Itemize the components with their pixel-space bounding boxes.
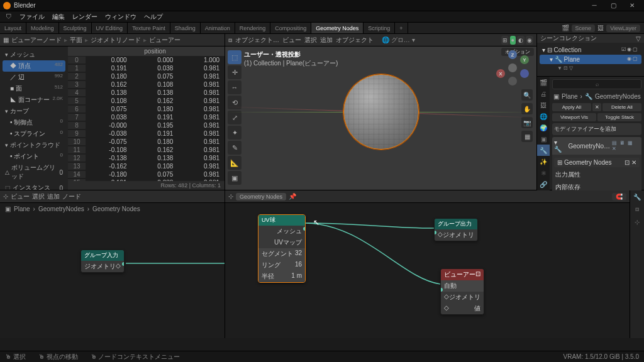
table-row[interactable]: 11-0.1080.1620.981 xyxy=(68,146,225,154)
apply-all-button[interactable]: Apply All xyxy=(552,103,591,111)
toggle-stack-button[interactable]: Toggle Stack xyxy=(597,113,641,121)
tab-node[interactable]: ⊹ xyxy=(630,216,644,228)
outliner-collection[interactable]: ▾ ⊟ Collection ☑◉▢ xyxy=(540,45,641,55)
sb-mesh[interactable]: ▾ メッシュ xyxy=(3,49,65,60)
col-header[interactable]: position xyxy=(86,48,225,55)
mode-selector[interactable]: オブジェクト… xyxy=(235,36,279,45)
tool-rotate[interactable]: ⟲ xyxy=(228,96,242,109)
menu-file[interactable]: ファイル xyxy=(16,13,48,21)
ne-menu-add[interactable]: 追加 xyxy=(47,192,60,201)
workspace-tab[interactable]: Shading xyxy=(170,23,201,33)
menu-render[interactable]: レンダー xyxy=(69,13,101,21)
modifier-header[interactable]: ▾ 🔧GeometryNo… ▤ 🖥 ▦ ✕ xyxy=(552,137,641,155)
sp-path-2[interactable]: ジオメトリノード xyxy=(91,36,141,45)
blender-menu-icon[interactable]: ⛉ xyxy=(2,13,16,20)
workspace-tab[interactable]: Compositing xyxy=(270,23,311,33)
tool-transform[interactable]: ✦ xyxy=(228,126,242,140)
snap-button[interactable]: 🧲 xyxy=(612,193,626,200)
apply-close-button[interactable]: ✕ xyxy=(592,103,601,111)
editor-type-icon[interactable]: ▦ xyxy=(3,36,9,43)
menu-window[interactable]: ウィンドウ xyxy=(101,13,140,21)
workspace-add[interactable]: + xyxy=(395,23,408,33)
tool-select[interactable]: ⬚ xyxy=(228,50,242,64)
uv-sphere-object[interactable] xyxy=(343,74,419,150)
maximize-button[interactable]: ▢ xyxy=(604,1,622,10)
table-row[interactable]: 30.1620.1080.981 xyxy=(68,80,225,89)
tool-cursor[interactable]: ✛ xyxy=(228,65,242,79)
vp-menu-view[interactable]: ビュー xyxy=(282,36,301,45)
workspace-tab[interactable]: Texture Paint xyxy=(128,23,170,33)
shading-wireframe[interactable]: ⊞ xyxy=(501,36,509,45)
tab-view[interactable]: ⧈ xyxy=(630,203,644,216)
table-row[interactable]: 10-0.0750.1800.981 xyxy=(68,138,225,146)
mod-output-attr[interactable]: 出力属性 xyxy=(554,168,640,181)
workspace-tab[interactable]: Sculpting xyxy=(59,23,92,33)
pin-icon[interactable]: 📌 xyxy=(289,193,296,200)
table-row[interactable]: 9-0.0380.1910.981 xyxy=(68,129,225,138)
workspace-tab[interactable]: UV Editing xyxy=(92,23,128,33)
workspace-tab[interactable]: Animation xyxy=(201,23,235,33)
shading-rendered[interactable]: ◉ xyxy=(526,36,533,45)
workspace-tab[interactable]: Scripting xyxy=(364,23,395,33)
editor-type-icon[interactable]: ⧈ xyxy=(228,36,232,44)
menu-edit[interactable]: 編集 xyxy=(48,13,69,21)
prop-breadcrumb-obj[interactable]: Plane xyxy=(562,93,578,100)
tool-measure[interactable]: 📐 xyxy=(228,156,242,170)
nodegroup-tab[interactable]: Geometry Nodes xyxy=(236,193,286,200)
table-row[interactable]: 50.1080.1620.981 xyxy=(68,97,225,105)
sidebar-item[interactable]: ◆ 頂点482 xyxy=(3,60,65,72)
tab-render[interactable]: 🎬 xyxy=(537,77,550,88)
vp-menu-add[interactable]: 追加 xyxy=(320,36,333,45)
tool-add-cube[interactable]: ▣ xyxy=(228,171,242,185)
tool-annotate[interactable]: ✎ xyxy=(228,141,242,155)
vp-menu-object[interactable]: オブジェクト xyxy=(336,36,374,45)
sb-instance[interactable]: ⬚ インスタンス0 xyxy=(3,182,65,190)
table-row[interactable]: 10.1910.0380.981 xyxy=(68,64,225,72)
tab-constraints[interactable]: 🔗 xyxy=(537,178,550,190)
node-group-output[interactable]: グループ出力 ◇ジオメトリ xyxy=(434,218,478,241)
ne-menu-view[interactable]: ビュー xyxy=(11,192,30,201)
sb-volume[interactable]: △ ボリュームグリッド0 xyxy=(3,162,65,182)
nav-gizmo[interactable]: Y X Z xyxy=(495,50,530,85)
sb-curve[interactable]: ▾ カーブ xyxy=(3,106,65,117)
node-group-input[interactable]: グループ入力 ジオメトリ◇ xyxy=(80,250,125,273)
sp-path-0[interactable]: ビューアーノード xyxy=(11,36,62,45)
tab-scene[interactable]: 🌐 xyxy=(537,111,550,122)
table-row[interactable]: 12-0.1380.1380.981 xyxy=(68,154,225,162)
minimize-button[interactable]: ─ xyxy=(586,1,603,10)
viewlayer-selector[interactable]: ViewLayer xyxy=(606,25,640,32)
shading-solid[interactable]: ● xyxy=(510,36,516,45)
node-uv-sphere[interactable]: UV球 メッシュ UVマップ セグメント32 リング16 半径1 m xyxy=(258,214,306,283)
tab-world[interactable]: 🌍 xyxy=(537,122,550,133)
table-row[interactable]: 8-0.0000.1950.981 xyxy=(68,121,225,129)
ne-menu-node[interactable]: ノード xyxy=(62,192,81,201)
property-search[interactable] xyxy=(552,79,641,89)
sb-pointcloud[interactable]: ▾ ポイントクラウド xyxy=(3,140,65,151)
tool-move[interactable]: ↔ xyxy=(228,80,242,94)
tab-modifier[interactable]: 🔧 xyxy=(537,145,550,156)
viewport-vis-button[interactable]: Viewport Vis xyxy=(552,113,596,121)
editor-type-icon[interactable]: ⊹ xyxy=(228,193,233,200)
table-row[interactable]: 60.0750.1800.981 xyxy=(68,105,225,113)
3d-viewport[interactable]: ⧈ オブジェクト… ビュー 選択 追加 オブジェクト 🌐 グロ… ▾ ⊞ ● ◐… xyxy=(225,34,537,190)
ne-crumb-1[interactable]: GeometryNodes xyxy=(38,206,84,212)
nav-move[interactable]: ✋ xyxy=(521,103,533,114)
shading-material[interactable]: ◐ xyxy=(517,36,525,45)
delete-all-button[interactable]: Delete All xyxy=(602,103,641,111)
outliner-plane[interactable]: ▾ 🔧 Plane ◉▢ xyxy=(540,55,641,64)
sidebar-item[interactable]: ／ 辺992 xyxy=(3,72,65,83)
sidebar-item[interactable]: • 制御点0 xyxy=(3,117,65,128)
nav-persp[interactable]: ▦ xyxy=(521,131,533,142)
ne-crumb-0[interactable]: Plane xyxy=(14,206,30,212)
outliner-filter-icon[interactable]: ▽ xyxy=(636,35,641,42)
tab-object[interactable]: ▣ xyxy=(537,133,550,145)
table-row[interactable]: 70.0380.1910.981 xyxy=(68,113,225,121)
ne-crumb-2[interactable]: Geometry Nodes xyxy=(92,206,140,212)
tab-physics[interactable]: ⚛ xyxy=(537,167,550,178)
sidebar-item[interactable]: • スプライン0 xyxy=(3,128,65,140)
tab-output[interactable]: 🖨 xyxy=(537,88,550,99)
table-row[interactable]: 13-0.1620.1080.981 xyxy=(68,162,225,170)
workspace-tab[interactable]: Geometry Nodes xyxy=(311,23,364,33)
table-row[interactable]: 40.1380.1380.981 xyxy=(68,89,225,97)
vp-menu-select[interactable]: 選択 xyxy=(304,36,317,45)
